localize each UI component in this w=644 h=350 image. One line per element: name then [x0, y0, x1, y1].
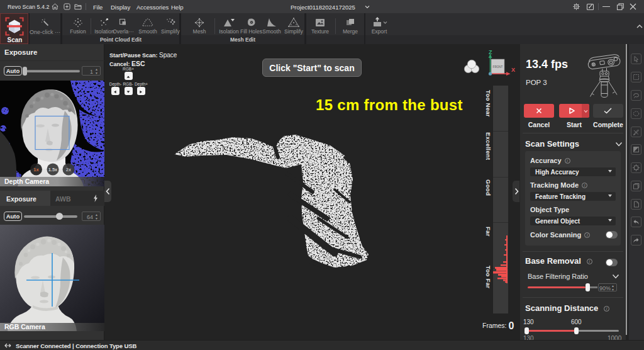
svg-text:1x: 1x: [33, 167, 39, 172]
svg-text:1.5x: 1.5x: [48, 167, 58, 172]
svg-text:Z: Z: [489, 49, 492, 55]
svg-text:Depth Camera: Depth Camera: [4, 178, 49, 185]
svg-text:RGB Camera: RGB Camera: [4, 323, 45, 330]
svg-text:FRONT: FRONT: [493, 65, 503, 69]
svg-text:X: X: [511, 67, 515, 73]
svg-text:2x: 2x: [66, 167, 72, 172]
